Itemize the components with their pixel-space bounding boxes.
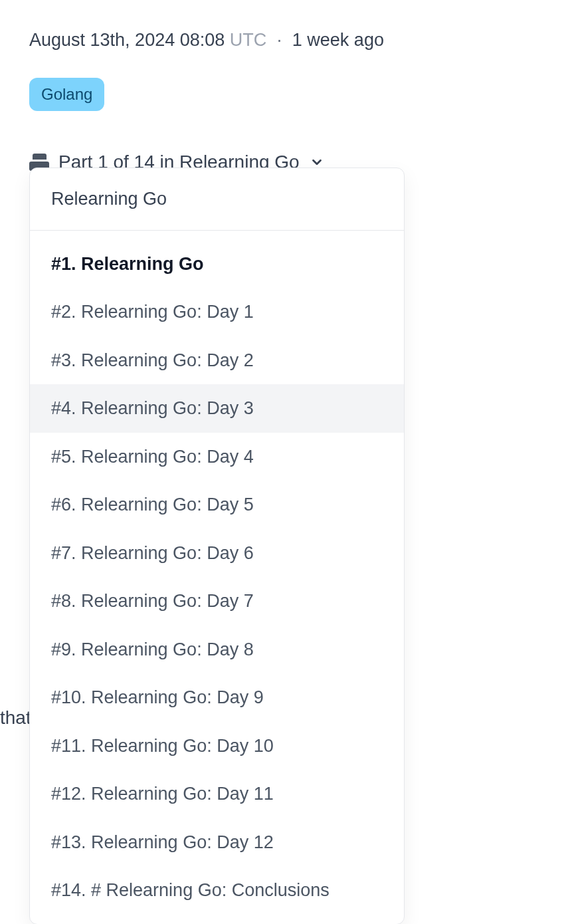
meta-separator: ·	[277, 30, 282, 50]
series-item-8[interactable]: #8. Relearning Go: Day 7	[30, 577, 404, 626]
series-item-5[interactable]: #5. Relearning Go: Day 4	[30, 433, 404, 481]
post-timezone: UTC	[230, 30, 267, 50]
post-meta: August 13th, 2024 08:08 UTC · 1 week ago	[29, 27, 545, 54]
series-item-9[interactable]: #9. Relearning Go: Day 8	[30, 626, 404, 674]
series-item-11[interactable]: #11. Relearning Go: Day 10	[30, 722, 404, 770]
series-item-7[interactable]: #7. Relearning Go: Day 6	[30, 529, 404, 578]
series-item-4[interactable]: #4. Relearning Go: Day 3	[30, 384, 404, 433]
post-date: August 13th, 2024 08:08	[29, 30, 225, 50]
tag-row: Golang	[29, 78, 545, 111]
series-item-6[interactable]: #6. Relearning Go: Day 5	[30, 481, 404, 529]
series-dropdown: Relearning Go #1. Relearning Go#2. Relea…	[29, 168, 405, 788]
series-item-2[interactable]: #2. Relearning Go: Day 1	[30, 288, 404, 336]
series-item-10[interactable]: #10. Relearning Go: Day 9	[30, 673, 404, 722]
series-item-1[interactable]: #1. Relearning Go	[30, 231, 404, 289]
series-dropdown-list: #1. Relearning Go#2. Relearning Go: Day …	[30, 231, 404, 788]
series-item-3[interactable]: #3. Relearning Go: Day 2	[30, 336, 404, 385]
post-relative-time: 1 week ago	[292, 30, 384, 50]
series-dropdown-header: Relearning Go	[30, 168, 404, 231]
series-item-12[interactable]: #12. Relearning Go: Day 11	[30, 770, 404, 788]
tag-golang[interactable]: Golang	[29, 78, 104, 111]
